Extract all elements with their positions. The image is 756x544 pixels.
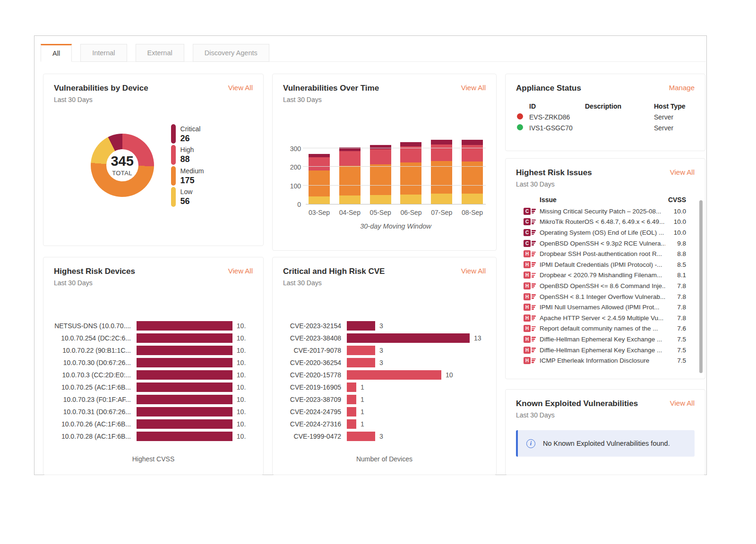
- view-all-link[interactable]: View All: [228, 267, 253, 275]
- severity-critical-icon: C: [524, 240, 537, 247]
- bar: [347, 346, 375, 355]
- severity-critical-icon: C: [524, 218, 537, 225]
- manage-link[interactable]: Manage: [669, 84, 695, 92]
- overtime-plot: [306, 134, 486, 204]
- column-right: Appliance Status Manage ID Description H…: [505, 74, 705, 475]
- tab-discovery-agents[interactable]: Discovery Agents: [193, 44, 269, 62]
- view-all-link[interactable]: View All: [670, 168, 695, 176]
- bar-label: NETSUS-DNS (10.0.70....: [54, 322, 137, 330]
- legend-text: Low56: [180, 187, 193, 206]
- bar-value: 10.: [237, 334, 246, 342]
- x-axis-label: Number of Devices: [283, 455, 486, 463]
- bar-value: 1: [361, 383, 364, 391]
- grid-line: [303, 185, 486, 186]
- issue-row: HOpenSSH < 8.1 Integer Overflow Vulnerab…: [516, 291, 695, 302]
- bar-track: 1: [347, 419, 474, 429]
- bar-value: 10.: [237, 322, 246, 330]
- severity-high-icon: H: [524, 304, 537, 311]
- issue-title: OpenBSD OpenSSH < 9.3p2 RCE Vulnera...: [540, 240, 665, 247]
- bar: [137, 419, 232, 429]
- card-highest-risk-devices: Highest Risk Devices View All Last 30 Da…: [43, 257, 264, 475]
- cards-grid: Vulnerabilities by Device View All Last …: [43, 74, 705, 475]
- view-all-link[interactable]: View All: [228, 84, 253, 92]
- issue-title: Diffie-Hellman Ephemeral Key Exchange ..…: [540, 347, 665, 354]
- bar-row: CVE-2023-321543: [283, 320, 486, 332]
- status-cell: [516, 124, 529, 132]
- cve-bar-chart: CVE-2023-321543CVE-2023-3840813CVE-2017-…: [283, 320, 486, 442]
- severity-high-icon: H: [524, 250, 537, 257]
- bar-segment-low: [309, 196, 330, 204]
- card-subtitle: Last 30 Days: [54, 279, 253, 287]
- issue-cvss-score: 8.5: [665, 261, 686, 268]
- column-cvss: CVSS: [664, 196, 686, 204]
- view-all-link[interactable]: View All: [461, 267, 486, 275]
- issue-row: HIPMI Null Usernames Allowed (IPMI Prot.…: [516, 302, 695, 313]
- bar-track: 1: [347, 382, 474, 392]
- issue-cvss-score: 7.5: [665, 347, 686, 354]
- card-header: Vulnerabilities by Device View All: [54, 84, 253, 93]
- bar-segment-low: [339, 196, 361, 204]
- stacked-bar: [309, 134, 330, 204]
- legend-value: 26: [180, 134, 201, 144]
- bar-value: 3: [379, 433, 383, 440]
- tab-internal[interactable]: Internal: [80, 44, 127, 62]
- card-known-exploited-vulnerabilities: Known Exploited Vulnerabilities View All…: [505, 389, 705, 475]
- bar-track: 10.: [137, 407, 238, 416]
- card-header: Critical and High Risk CVE View All: [283, 267, 486, 276]
- issue-cvss-score: 7.5: [665, 357, 686, 364]
- view-all-link[interactable]: View All: [670, 399, 695, 407]
- issue-cvss-score: 9.8: [665, 240, 686, 247]
- bar: [137, 395, 232, 404]
- bar: [137, 346, 232, 355]
- legend-text: High88: [180, 145, 194, 164]
- bar-label: CVE-2020-36254: [283, 359, 347, 366]
- bar-segment-critical: [400, 142, 421, 146]
- bar-value: 1: [361, 420, 364, 428]
- x-tick-label: 07-Sep: [431, 209, 452, 216]
- bar-track: 3: [347, 432, 474, 441]
- bar-label: 10.0.70.28 (AC:1F:6B...: [54, 433, 137, 440]
- issue-row: HICMP Etherleak Information Disclosure7.…: [516, 355, 695, 366]
- appliance-table-header: ID Description Host Type: [516, 101, 695, 111]
- bar-segment-critical: [370, 145, 391, 149]
- bar-segment-low: [400, 195, 421, 204]
- severity-high-icon: H: [524, 272, 537, 279]
- bar: [137, 382, 232, 392]
- bar-row: CVE-2019-169051: [283, 381, 486, 393]
- issue-title: Dropbear SSH Post-authentication root R.…: [540, 250, 665, 257]
- card-header: Known Exploited Vulnerabilities View All: [516, 399, 695, 408]
- bar-row: 10.0.70.31 (D0:67:26...10.: [54, 406, 253, 418]
- tab-external[interactable]: External: [136, 44, 184, 62]
- issue-title: Operating System (OS) End of Life (EOL) …: [540, 229, 665, 236]
- donut-ring: 345 TOTAL: [91, 134, 154, 197]
- issues-scrollbar[interactable]: [699, 200, 703, 373]
- issue-row: CMissing Critical Security Patch – 2025-…: [516, 206, 695, 217]
- x-tick-label: 05-Sep: [370, 209, 391, 216]
- grid-line: [303, 148, 486, 148]
- bar-value: 1: [361, 396, 364, 403]
- bar-value: 10.: [237, 371, 246, 379]
- issue-title: Apache HTTP Server < 2.4.59 Multiple Vu.…: [540, 314, 665, 322]
- donut-total-label: TOTAL: [112, 170, 132, 177]
- bar: [347, 395, 356, 404]
- card-critical-high-cve: Critical and High Risk CVE View All Last…: [272, 257, 497, 475]
- issue-title: IPMI Default Credentials (IPMI Protocol)…: [540, 261, 665, 268]
- view-all-link[interactable]: View All: [461, 84, 486, 92]
- bar-label: CVE-2017-9078: [283, 347, 347, 354]
- bar-track: 3: [347, 321, 474, 331]
- issue-row: HDropbear SSH Post-authentication root R…: [516, 248, 695, 259]
- x-axis-label: 30-day Moving Window: [306, 222, 486, 230]
- column-left: Vulnerabilities by Device View All Last …: [43, 74, 264, 475]
- bar-segment-medium: [370, 164, 391, 196]
- bar-segment-medium: [339, 166, 361, 196]
- issue-row: HDiffie-Hellman Ephemeral Key Exchange .…: [516, 345, 695, 356]
- bar-track: 10: [347, 370, 474, 380]
- bar-label: CVE-2020-15778: [283, 371, 347, 379]
- issue-title: IPMI Null Usernames Allowed (IPMI Prot..…: [540, 304, 665, 311]
- status-dot-ok: [517, 124, 523, 130]
- tab-all[interactable]: All: [41, 44, 72, 62]
- severity-flag-icon: [532, 240, 536, 247]
- severity-flag-icon: [532, 272, 536, 279]
- bar-value: 10.: [237, 408, 246, 416]
- bar-track: 13: [347, 333, 474, 343]
